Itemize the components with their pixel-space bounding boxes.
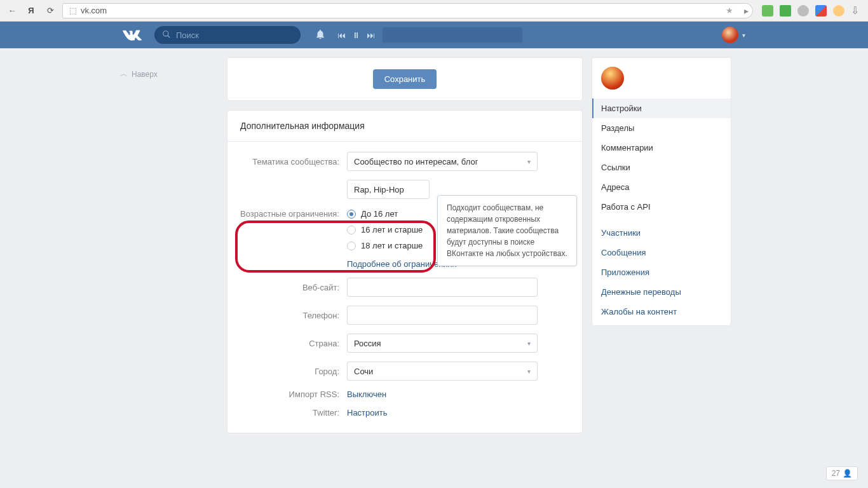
yandex-icon[interactable]: Я (24, 4, 38, 18)
sidebar-apps[interactable]: Приложения (592, 262, 731, 282)
website-input[interactable] (347, 278, 538, 297)
track-progress[interactable] (383, 27, 522, 43)
sidebar-api[interactable]: Работа с API (592, 197, 731, 217)
community-avatar (601, 67, 624, 90)
sidebar-addresses[interactable]: Адреса (592, 177, 731, 197)
chevron-down-icon: ▾ (527, 340, 531, 347)
country-select[interactable]: Россия ▾ (347, 334, 538, 353)
svg-point-0 (163, 30, 168, 36)
next-track-icon[interactable]: ⏭ (367, 30, 375, 40)
chevron-down-icon: ▾ (742, 32, 745, 39)
radio-icon (347, 210, 356, 219)
back-to-top-label: Наверх (132, 70, 158, 79)
label-topic: Тематика сообщества: (240, 157, 347, 166)
address-bar[interactable]: ⬚ vk.com ★ ▸ (62, 3, 753, 18)
rss-link[interactable]: Выключен (347, 390, 386, 399)
ext-translate-icon[interactable] (815, 5, 827, 17)
audio-player: ⏮ ⏸ ⏭ (337, 30, 375, 40)
ext-globe-icon[interactable] (797, 5, 809, 17)
play-pause-icon[interactable]: ⏸ (352, 30, 360, 40)
twitter-link[interactable]: Настроить (347, 408, 388, 417)
additional-info-card: Дополнительная информация Тематика сообщ… (227, 110, 583, 433)
extension-tray: ⇩ (758, 4, 863, 17)
search-icon (162, 30, 171, 41)
sidebar-members[interactable]: Участники (592, 223, 731, 243)
prev-track-icon[interactable]: ⏮ (337, 30, 346, 40)
nav-back-icon[interactable]: ← (5, 4, 19, 18)
topic-select[interactable]: Сообщество по интересам, блог ▾ (347, 152, 538, 171)
chevron-down-icon: ▾ (527, 158, 531, 165)
label-age: Возрастные ограничения: (240, 208, 347, 219)
radio-icon (347, 241, 356, 250)
chevron-down-icon: ▾ (527, 368, 531, 375)
sidebar-links[interactable]: Ссылки (592, 158, 731, 177)
ext-green-icon[interactable] (762, 5, 773, 17)
save-button[interactable]: Сохранить (373, 69, 437, 89)
label-rss: Импорт RSS: (240, 390, 347, 399)
ext-downloads-arrow-icon[interactable]: ⇩ (851, 4, 859, 17)
label-website: Веб-сайт: (240, 283, 347, 292)
community-avatar-box[interactable] (592, 58, 731, 98)
svg-line-1 (168, 35, 170, 37)
subtopic-select[interactable]: Rap, Hip-Hop (347, 180, 430, 199)
sidebar-sections[interactable]: Разделы (592, 118, 731, 138)
lock-icon: ⬚ (69, 6, 77, 15)
age-tooltip: Подходит сообществам, не содержащим откр… (437, 195, 577, 266)
city-value: Сочи (354, 367, 373, 376)
reload-icon[interactable]: ⟳ (43, 4, 57, 18)
sidebar-messages[interactable]: Сообщения (592, 243, 731, 262)
vk-header: ⏮ ⏸ ⏭ ▾ (0, 22, 868, 48)
bookmark-star-icon[interactable]: ★ (726, 6, 733, 15)
label-phone: Телефон: (240, 311, 347, 320)
ext-orange-icon[interactable] (833, 5, 844, 17)
chevron-up-icon: ︿ (120, 69, 128, 79)
back-to-top-button[interactable]: ︿ Наверх (116, 69, 218, 79)
subtopic-value: Rap, Hip-Hop (354, 185, 404, 194)
search-box[interactable] (154, 26, 301, 44)
avatar (722, 27, 738, 43)
user-menu[interactable]: ▾ (693, 27, 745, 43)
city-select[interactable]: Сочи ▾ (347, 362, 538, 381)
address-text: vk.com (81, 6, 107, 15)
radio-icon (347, 226, 356, 234)
phone-input[interactable] (347, 306, 538, 325)
search-input[interactable] (176, 30, 293, 40)
sidebar-money[interactable]: Денежные переводы (592, 282, 731, 302)
label-city: Город: (240, 367, 347, 376)
notifications-icon[interactable] (315, 29, 326, 42)
save-card: Сохранить (227, 57, 583, 101)
label-country: Страна: (240, 339, 347, 348)
browser-toolbar: ← Я ⟳ ⬚ vk.com ★ ▸ ⇩ (0, 0, 868, 22)
sidebar-complaints[interactable]: Жалобы на контент (592, 302, 731, 322)
sidebar-card: Настройки Разделы Комментарии Ссылки Адр… (592, 57, 731, 326)
sidebar-comments[interactable]: Комментарии (592, 138, 731, 158)
ext-download-icon[interactable] (780, 5, 791, 17)
section-title: Дополнительная информация (227, 111, 582, 142)
vk-logo[interactable] (123, 29, 142, 41)
topic-value: Сообщество по интересам, блог (354, 157, 478, 166)
country-value: Россия (354, 339, 381, 348)
sidebar-settings[interactable]: Настройки (592, 98, 731, 118)
label-twitter: Twitter: (240, 408, 347, 417)
